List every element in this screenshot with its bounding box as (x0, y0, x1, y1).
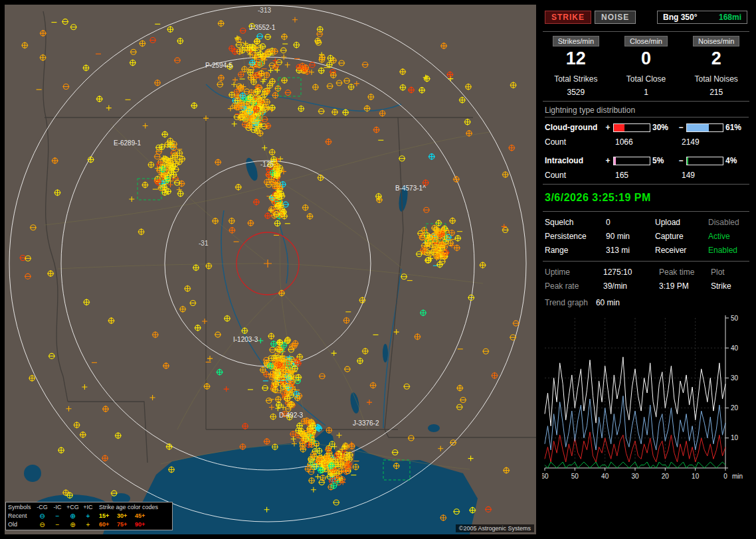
squelch-label: Squelch (545, 218, 606, 227)
svg-text:0: 0 (723, 473, 727, 480)
old-ic-minus-icon: − (50, 521, 65, 528)
svg-text:50: 50 (571, 473, 579, 480)
upload-status: Disabled (708, 218, 747, 227)
svg-text:min: min (732, 473, 743, 480)
total-noises-value: 215 (681, 88, 751, 97)
age-90: 90+ (135, 520, 153, 529)
close-per-min-chip[interactable]: Close/min (624, 36, 668, 46)
noise-mode-button[interactable]: NOISE (595, 11, 636, 24)
old-cg-minus-icon: ⊖ (35, 521, 50, 528)
lightning-detector-window: J-3552-1P-2594-5E-6289-1B-4573-1^I-1203-… (0, 0, 756, 539)
noises-per-min-value: 2 (681, 48, 751, 69)
receiver-label: Receiver (655, 246, 708, 255)
svg-text:10: 10 (692, 473, 700, 480)
plus-sign: + (605, 156, 611, 165)
ic-plus-percent: 5% (652, 156, 672, 165)
storm-cell-label: P-2594-5 (205, 62, 233, 69)
legend-col-pic: +IC (80, 504, 96, 511)
plus-sign: + (605, 123, 611, 132)
capture-label: Capture (655, 232, 708, 241)
recent-cg-minus-icon: ⊖ (35, 512, 50, 520)
storm-cell-label: B-4573-1^ (395, 185, 426, 192)
storm-cell-label: J-3552-1 (249, 24, 276, 31)
uptime-panel: Uptime 1275:10 Peak time Plot Peak rate … (541, 266, 751, 293)
intracloud-row: Intracloud + 5% − 4% (541, 156, 751, 165)
count-label: Count (545, 137, 605, 147)
persistence-label: Persistence (545, 232, 606, 241)
distance-value: 168mi (719, 13, 741, 22)
range-label: Range (545, 246, 606, 255)
strike-map[interactable]: J-3552-1P-2594-5E-6289-1B-4573-1^I-1203-… (5, 5, 536, 534)
svg-text:40: 40 (601, 473, 609, 480)
close-per-min-value: 0 (611, 48, 682, 69)
age-75: 75+ (117, 520, 135, 529)
svg-text:60: 60 (542, 473, 549, 480)
persistence-value: 90 min (606, 232, 655, 241)
range-ring-label: -31 (199, 240, 209, 247)
strikes-per-min-chip[interactable]: Strikes/min (553, 36, 599, 46)
legend-col-ncg: -CG (35, 504, 50, 511)
cg-minus-count: 2149 (682, 137, 700, 147)
capture-status: Active (708, 232, 747, 241)
old-cg-plus-icon: ⊕ (65, 521, 80, 528)
svg-text:20: 20 (731, 404, 739, 412)
age-15: 15+ (99, 512, 117, 520)
range-ring-label: -313 (258, 7, 271, 14)
current-datetime: 3/6/2026 3:25:19 PM (541, 189, 751, 207)
legend-col-pcg: +CG (65, 504, 80, 511)
cg-plus-count: 1066 (605, 137, 682, 147)
legend-col-nic: -IC (50, 504, 65, 511)
peak-time-value: 3:19 PM (659, 281, 711, 291)
recent-ic-minus-icon: − (50, 512, 65, 520)
total-close-value: 1 (611, 88, 682, 97)
recent-ic-plus-icon: + (80, 512, 96, 520)
settings-panel: Squelch 0 Upload Disabled Persistence 90… (541, 216, 751, 257)
legend-age-title: Strike age color codes (96, 503, 170, 512)
cloud-ground-count-row: Count 1066 2149 (541, 137, 751, 147)
old-ic-plus-icon: + (80, 521, 96, 528)
count-label: Count (545, 171, 605, 180)
peak-rate-value: 39/min (603, 281, 659, 291)
trend-graph-header: Trend graph 60 min (541, 293, 751, 309)
legend-header-row: Symbols -CG -IC +CG +IC Strike age color… (8, 503, 170, 512)
total-strikes-value: 3529 (541, 88, 611, 97)
noises-per-min-chip[interactable]: Noises/min (693, 36, 739, 46)
squelch-value: 0 (606, 218, 655, 227)
cg-minus-percent: 61% (725, 123, 745, 132)
bearing-value: Bng 350° (663, 13, 697, 22)
cg-plus-percent: 30% (652, 123, 672, 132)
trend-graph-window: 60 min (596, 298, 620, 307)
legend-old-label: Old (8, 520, 35, 529)
divider (543, 101, 749, 102)
uptime-value: 1275:10 (603, 268, 659, 277)
minus-sign: − (678, 156, 684, 165)
uptime-label: Uptime (545, 268, 603, 277)
peak-time-label: Peak time (659, 268, 711, 277)
divider (543, 261, 749, 262)
trend-graph: 10203040506050403020100min (542, 311, 748, 483)
divider (543, 184, 749, 185)
receiver-status: Enabled (708, 246, 747, 255)
intracloud-count-row: Count 165 149 (541, 171, 751, 180)
status-sidebar: STRIKE NOISE Bng 350° 168mi Strikes/min … (541, 5, 751, 534)
trend-graph-label: Trend graph (545, 298, 588, 307)
total-close-label: Total Close (611, 74, 682, 84)
ic-plus-bar (613, 157, 650, 165)
legend-recent-label: Recent (8, 512, 35, 520)
cloud-ground-row: Cloud-ground + 30% − 61% (541, 123, 751, 132)
svg-text:20: 20 (662, 473, 670, 480)
divider (543, 211, 749, 212)
plot-value: Strike (711, 281, 747, 291)
cg-minus-bar (686, 123, 723, 132)
legend-recent-row: Recent ⊖ − ⊕ + 15+ 30+ 45+ (8, 512, 170, 520)
cloud-ground-label: Cloud-ground (545, 123, 605, 132)
ic-minus-bar (686, 157, 723, 165)
storm-cell-label: D-492-3 (279, 412, 304, 419)
ic-plus-count: 165 (605, 171, 682, 180)
total-strikes-label: Total Strikes (541, 74, 611, 84)
plot-label: Plot (711, 268, 747, 277)
strike-mode-button[interactable]: STRIKE (545, 11, 591, 24)
svg-text:40: 40 (731, 345, 739, 352)
legend-symbols-label: Symbols (8, 503, 35, 512)
rate-panel: Strikes/min 12 Close/min 0 Noises/min 2 (541, 36, 751, 69)
